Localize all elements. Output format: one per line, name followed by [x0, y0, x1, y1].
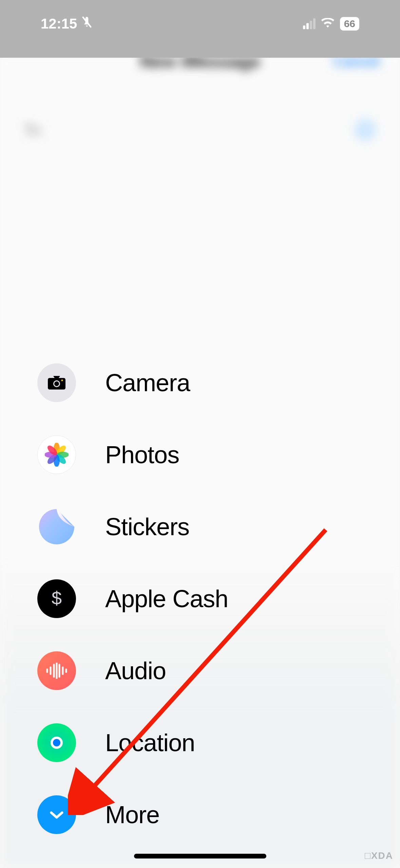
- apple-cash-label: Apple Cash: [105, 585, 228, 613]
- apple-cash-option[interactable]: $ Apple Cash: [37, 579, 228, 618]
- audio-label: Audio: [105, 657, 166, 685]
- status-right: 66: [303, 17, 359, 31]
- more-icon: [37, 795, 76, 834]
- more-option[interactable]: More: [37, 795, 228, 834]
- status-left: 12:15: [41, 16, 93, 32]
- battery-indicator: 66: [340, 17, 359, 31]
- camera-option[interactable]: Camera: [37, 363, 228, 402]
- audio-icon: [37, 651, 76, 690]
- stickers-icon: [37, 507, 76, 546]
- status-bar: 12:15 66: [0, 0, 400, 58]
- location-option[interactable]: Location: [37, 723, 228, 762]
- cellular-signal-icon: [303, 18, 316, 29]
- audio-option[interactable]: Audio: [37, 651, 228, 690]
- svg-point-2: [54, 381, 59, 386]
- location-icon: [37, 723, 76, 762]
- status-time: 12:15: [41, 16, 77, 32]
- photos-option[interactable]: Photos: [37, 435, 228, 474]
- silent-mode-icon: [81, 16, 93, 32]
- camera-icon: [37, 363, 76, 402]
- bg-add-contact-icon: [354, 119, 376, 141]
- camera-label: Camera: [105, 369, 190, 397]
- svg-text:$: $: [52, 588, 62, 608]
- stickers-option[interactable]: Stickers: [37, 507, 228, 546]
- photos-label: Photos: [105, 441, 179, 469]
- apple-cash-icon: $: [37, 579, 76, 618]
- home-indicator[interactable]: [134, 854, 266, 858]
- location-label: Location: [105, 729, 195, 757]
- more-label: More: [105, 801, 159, 829]
- watermark: □XDA: [365, 850, 393, 861]
- stickers-label: Stickers: [105, 513, 189, 541]
- wifi-icon: [321, 18, 335, 30]
- bg-to-row: To:: [0, 119, 400, 141]
- svg-point-3: [61, 380, 63, 381]
- app-drawer-menu: Camera Photos: [37, 363, 228, 834]
- bg-to-label: To:: [24, 122, 44, 139]
- svg-point-21: [53, 739, 60, 746]
- photos-icon: [37, 435, 76, 474]
